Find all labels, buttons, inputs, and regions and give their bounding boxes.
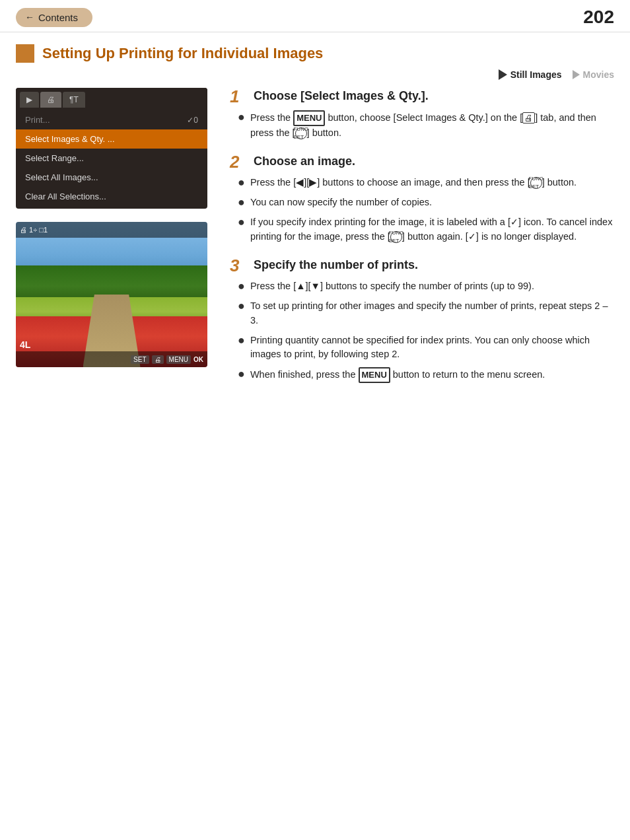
step-2-bullet-3-text: If you specify index printing for the im… xyxy=(250,215,614,244)
step-2-bullet-3: ● If you specify index printing for the … xyxy=(238,215,614,244)
menu-item-select-range-label: Select Range... xyxy=(25,153,84,163)
bullet-dot: ● xyxy=(238,333,245,348)
camera-btn-ok: OK xyxy=(193,356,203,363)
step-2-bullet-1-text: Press the [◀][▶] buttons to choose an im… xyxy=(250,176,614,190)
step-3-bullet-4-text: When finished, press the MENU button to … xyxy=(250,367,614,383)
step-1-title: Choose [Select Images & Qty.]. xyxy=(254,88,429,103)
menu-item-print: Print... ✓0 xyxy=(16,110,207,129)
menu-key-2: MENU xyxy=(359,367,390,383)
bullet-dot: ● xyxy=(238,215,245,230)
contents-label: Contents xyxy=(38,12,78,23)
right-column: 1 Choose [Select Images & Qty.]. ● Press… xyxy=(230,88,614,396)
still-triangle-icon xyxy=(499,69,507,80)
step-3-bullet-1-text: Press the [▲][▼] buttons to specify the … xyxy=(250,279,614,294)
still-label: Still Images xyxy=(510,69,562,80)
step-1: 1 Choose [Select Images & Qty.]. ● Press… xyxy=(230,88,614,140)
menu-item-select-range[interactable]: Select Range... xyxy=(16,149,207,168)
step-3-number: 3 xyxy=(230,257,247,274)
step-1-bullets: ● Press the MENU button, choose [Select … xyxy=(230,110,614,140)
menu-item-select-all[interactable]: Select All Images... xyxy=(16,168,207,187)
camera-top-bar-text: 🖨 1÷ □1 xyxy=(20,226,48,234)
camera-top-bar: 🖨 1÷ □1 xyxy=(16,222,207,238)
page-title: Setting Up Printing for Individual Image… xyxy=(42,45,323,62)
page-number: 202 xyxy=(583,7,614,28)
step-2-header: 2 Choose an image. xyxy=(230,153,614,170)
func-set-icon-3: FUNCSET xyxy=(390,231,402,243)
step-2-bullet-2: ● You can now specify the number of copi… xyxy=(238,195,614,210)
camera-screen: 🖨 1÷ □1 4L SET 🖨 MENU OK xyxy=(16,222,207,367)
step-1-bullet-1: ● Press the MENU button, choose [Select … xyxy=(238,110,614,140)
movies-label: Movies xyxy=(583,69,614,80)
checkmark-icon-2: ✓ xyxy=(468,232,476,242)
contents-button[interactable]: ← Contents xyxy=(16,8,92,27)
step-3-bullet-2-text: To set up printing for other images and … xyxy=(250,299,614,328)
step-3-bullet-2: ● To set up printing for other images an… xyxy=(238,299,614,328)
step-1-bullet-1-text: Press the MENU button, choose [Select Im… xyxy=(250,110,614,140)
camera-btn-print: 🖨 xyxy=(152,355,164,364)
step-2-title: Choose an image. xyxy=(254,153,355,168)
main-content: ▶ 🖨 ¶T Print... ✓0 Select Images & Qty. … xyxy=(0,88,630,396)
media-badges: Still Images Movies xyxy=(0,69,630,88)
menu-items: Print... ✓0 Select Images & Qty. ... Sel… xyxy=(16,108,207,209)
menu-item-select-images[interactable]: Select Images & Qty. ... xyxy=(16,129,207,149)
menu-tabs: ▶ 🖨 ¶T xyxy=(16,88,207,108)
camera-btn-set: SET xyxy=(131,355,149,364)
menu-item-clear-all[interactable]: Clear All Selections... xyxy=(16,187,207,206)
step-3-title: Specify the number of prints. xyxy=(254,257,418,272)
menu-item-print-right: ✓0 xyxy=(187,116,198,125)
step-3-header: 3 Specify the number of prints. xyxy=(230,257,614,274)
menu-item-select-all-label: Select All Images... xyxy=(25,172,98,182)
page-title-section: Setting Up Printing for Individual Image… xyxy=(0,32,630,69)
movies-triangle-icon xyxy=(573,70,580,79)
checkmark-icon: ✓ xyxy=(510,217,518,227)
func-set-icon: FUNCSET xyxy=(295,127,307,139)
bullet-dot: ● xyxy=(238,195,245,210)
menu-tab-settings: ¶T xyxy=(63,92,85,108)
header: ← Contents 202 xyxy=(0,0,630,32)
step-3-bullet-3: ● Printing quantity cannot be specified … xyxy=(238,333,614,363)
title-icon xyxy=(16,44,34,63)
step-3-bullets: ● Press the [▲][▼] buttons to specify th… xyxy=(230,279,614,382)
bullet-dot: ● xyxy=(238,299,245,314)
menu-tab-print: 🖨 xyxy=(40,92,61,108)
menu-screenshot: ▶ 🖨 ¶T Print... ✓0 Select Images & Qty. … xyxy=(16,88,207,209)
camera-btn-menu: MENU xyxy=(166,355,191,364)
menu-item-clear-all-label: Clear All Selections... xyxy=(25,192,106,201)
bullet-dot: ● xyxy=(238,367,245,382)
step-2: 2 Choose an image. ● Press the [◀][▶] bu… xyxy=(230,153,614,244)
step-3-bullet-1: ● Press the [▲][▼] buttons to specify th… xyxy=(238,279,614,294)
arrow-left-icon: ← xyxy=(25,12,34,22)
menu-item-select-images-label: Select Images & Qty. ... xyxy=(25,134,115,144)
step-2-number: 2 xyxy=(230,153,247,170)
movies-badge: Movies xyxy=(573,69,614,80)
step-3-bullet-4: ● When finished, press the MENU button t… xyxy=(238,367,614,383)
bullet-dot: ● xyxy=(238,176,245,190)
step-3: 3 Specify the number of prints. ● Press … xyxy=(230,257,614,382)
step-3-bullet-3-text: Printing quantity cannot be specified fo… xyxy=(250,333,614,363)
left-column: ▶ 🖨 ¶T Print... ✓0 Select Images & Qty. … xyxy=(16,88,214,396)
step-1-header: 1 Choose [Select Images & Qty.]. xyxy=(230,88,614,105)
camera-bottom-bar: SET 🖨 MENU OK xyxy=(16,351,207,367)
bullet-dot: ● xyxy=(238,110,245,125)
bullet-dot: ● xyxy=(238,279,245,294)
step-2-bullet-2-text: You can now specify the number of copies… xyxy=(250,195,614,210)
menu-tab-play: ▶ xyxy=(20,92,39,108)
step-2-bullets: ● Press the [◀][▶] buttons to choose an … xyxy=(230,176,614,244)
still-images-badge: Still Images xyxy=(499,69,562,80)
camera-corner-label: 4L xyxy=(20,339,30,350)
menu-key: MENU xyxy=(293,110,325,126)
func-set-icon-2: FUNCSET xyxy=(530,177,542,189)
step-2-bullet-1: ● Press the [◀][▶] buttons to choose an … xyxy=(238,176,614,190)
menu-item-print-label: Print... xyxy=(25,115,50,125)
step-1-number: 1 xyxy=(230,88,247,105)
